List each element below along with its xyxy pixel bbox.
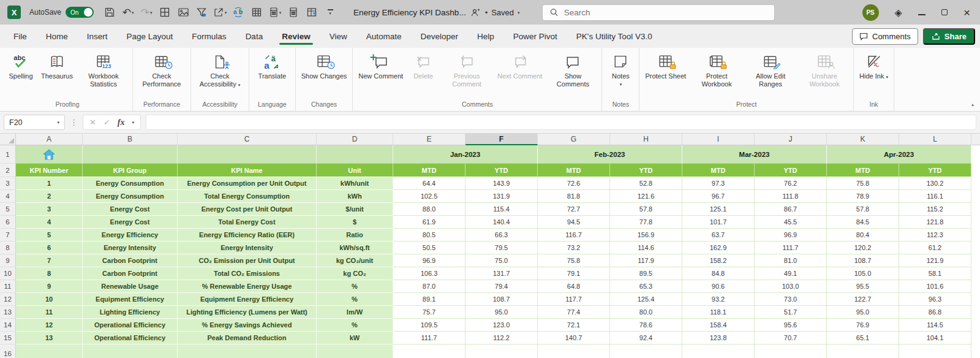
- cell-value[interactable]: 89.1: [393, 293, 466, 306]
- cell-value[interactable]: 125.1: [682, 203, 755, 216]
- menu-tab-power-pivot[interactable]: Power Pivot: [512, 26, 559, 47]
- cell-value[interactable]: 90.6: [682, 280, 755, 293]
- month-header-Apr-2023[interactable]: Apr-2023: [827, 145, 971, 164]
- cell-kpi-unit[interactable]: %: [317, 293, 393, 306]
- allow-edit-ranges-button[interactable]: Allow Edit Ranges: [744, 51, 797, 90]
- cell-value[interactable]: 58.1: [899, 267, 971, 280]
- menu-tab-view[interactable]: View: [328, 26, 349, 47]
- cell-kpi-group[interactable]: Carbon Footprint: [83, 267, 178, 280]
- cell-value[interactable]: 88.0: [393, 203, 466, 216]
- cell-value[interactable]: 77.4: [538, 306, 610, 319]
- cell-empty-value[interactable]: [682, 345, 755, 358]
- borders-icon[interactable]: [157, 4, 172, 20]
- column-header-G[interactable]: G: [538, 134, 610, 145]
- column-header-I[interactable]: I: [682, 134, 755, 145]
- cell-kpi-name[interactable]: Energy Intensity: [178, 242, 317, 254]
- cell-value[interactable]: 95.0: [466, 306, 538, 319]
- cell-kpi-name[interactable]: Lighting Efficiency (Lumens per Watt): [178, 306, 317, 319]
- cell-value[interactable]: 72.7: [538, 203, 610, 216]
- cell-value[interactable]: 65.3: [610, 280, 682, 293]
- row-header-12[interactable]: 12: [0, 293, 16, 306]
- cell-kpi-unit[interactable]: kW: [317, 332, 393, 345]
- cell-kpi-unit[interactable]: $: [317, 216, 393, 229]
- cell-value[interactable]: 75.8: [827, 177, 899, 190]
- cell-value[interactable]: 116.1: [899, 190, 971, 203]
- cell-value[interactable]: 80.0: [610, 306, 682, 319]
- column-header-E[interactable]: E: [393, 134, 466, 145]
- cell-value[interactable]: 102.5: [393, 190, 466, 203]
- cell-value[interactable]: 64.8: [538, 280, 610, 293]
- subheader-mtd-2[interactable]: MTD: [538, 164, 610, 177]
- cell-value[interactable]: 86.7: [755, 203, 827, 216]
- menu-tab-automate[interactable]: Automate: [365, 26, 403, 47]
- subheader-ytd-1[interactable]: YTD: [466, 164, 538, 177]
- cell-kpi-number[interactable]: 5: [16, 229, 83, 242]
- search-input[interactable]: [564, 8, 767, 17]
- cell-value[interactable]: 57.8: [827, 203, 899, 216]
- file-name[interactable]: Energy Efficiency KPI Dashb...: [353, 8, 466, 17]
- table-header-kpi-number[interactable]: KPI Number: [16, 164, 83, 177]
- table-header-kpi-group[interactable]: KPI Group: [83, 164, 178, 177]
- cell-kpi-name[interactable]: Peak Demand Reduction: [178, 332, 317, 345]
- cell-value[interactable]: 116.7: [538, 229, 610, 242]
- cell-value[interactable]: 111.7: [755, 242, 827, 254]
- cell-kpi-number[interactable]: 9: [16, 280, 83, 293]
- cell-kpi-number[interactable]: 7: [16, 254, 83, 267]
- cell-C1[interactable]: [178, 145, 317, 164]
- cell-value[interactable]: 96.9: [755, 229, 827, 242]
- cell-value[interactable]: 122.7: [827, 293, 899, 306]
- check-performance-button[interactable]: Check Performance: [135, 51, 188, 90]
- menu-tab-home[interactable]: Home: [45, 26, 69, 47]
- cell-value[interactable]: 79.5: [466, 242, 538, 254]
- cell-value[interactable]: 81.0: [755, 254, 827, 267]
- cell-kpi-number[interactable]: 6: [16, 242, 83, 254]
- cancel-entry-icon[interactable]: ✕: [89, 118, 96, 127]
- cell-value[interactable]: 118.1: [682, 306, 755, 319]
- menu-tab-pk-s-utility-tool-v3-0[interactable]: PK's Utility Tool V3.0: [575, 26, 654, 47]
- cell-empty-green[interactable]: [178, 345, 317, 358]
- cell-kpi-group[interactable]: Equipment Efficiency: [83, 293, 178, 306]
- cell-value[interactable]: 130.2: [899, 177, 971, 190]
- cell-value[interactable]: 123.0: [466, 319, 538, 332]
- cell-value[interactable]: 64.4: [393, 177, 466, 190]
- cell-value[interactable]: 65.1: [827, 332, 899, 345]
- cell-kpi-group[interactable]: Energy Consumption: [83, 177, 178, 190]
- subheader-mtd-3[interactable]: MTD: [682, 164, 755, 177]
- menu-tab-review[interactable]: Review: [281, 26, 312, 47]
- cell-value[interactable]: 131.9: [466, 190, 538, 203]
- cell-kpi-number[interactable]: 12: [16, 319, 83, 332]
- menu-tab-data[interactable]: Data: [244, 26, 265, 47]
- cell-kpi-group[interactable]: Energy Efficiency: [83, 229, 178, 242]
- row-header-4[interactable]: 4: [0, 190, 16, 203]
- redo-button[interactable]: ↷▾: [139, 4, 154, 20]
- cell-kpi-name[interactable]: Total CO₂ Emissions: [178, 267, 317, 280]
- cell-value[interactable]: 108.7: [466, 293, 538, 306]
- comments-button[interactable]: Comments: [852, 28, 918, 45]
- cell-value[interactable]: 79.1: [538, 267, 610, 280]
- hide-ink-button[interactable]: Hide Ink ▾: [856, 51, 891, 82]
- cell-value[interactable]: 156.9: [610, 229, 682, 242]
- cell-kpi-group[interactable]: Lighting Efficiency: [83, 306, 178, 319]
- cell-empty-value[interactable]: [827, 345, 899, 358]
- cell-value[interactable]: 75.0: [466, 254, 538, 267]
- cell-value[interactable]: 84.8: [682, 267, 755, 280]
- subheader-ytd-4[interactable]: YTD: [899, 164, 971, 177]
- cell-value[interactable]: 93.2: [682, 293, 755, 306]
- spelling-button[interactable]: abc Spelling: [5, 51, 37, 82]
- cell-value[interactable]: 75.7: [393, 306, 466, 319]
- save-icon[interactable]: [102, 4, 117, 20]
- cell-kpi-group[interactable]: Energy Intensity: [83, 242, 178, 254]
- cell-value[interactable]: 111.7: [393, 332, 466, 345]
- calculator-icon[interactable]: [286, 4, 301, 20]
- cell-value[interactable]: 61.9: [393, 216, 466, 229]
- cell-value[interactable]: 81.8: [538, 190, 610, 203]
- cell-kpi-number[interactable]: 10: [16, 293, 83, 306]
- cell-empty-value[interactable]: [755, 345, 827, 358]
- cell-value[interactable]: 125.4: [610, 293, 682, 306]
- show-comments-button[interactable]: Show Comments: [546, 51, 599, 90]
- cell-value[interactable]: 73.2: [538, 242, 610, 254]
- cell-kpi-unit[interactable]: kg CO₂: [317, 267, 393, 280]
- cell-value[interactable]: 50.5: [393, 242, 466, 254]
- cell-value[interactable]: 61.2: [899, 242, 971, 254]
- insert-function-icon[interactable]: fx: [118, 118, 125, 128]
